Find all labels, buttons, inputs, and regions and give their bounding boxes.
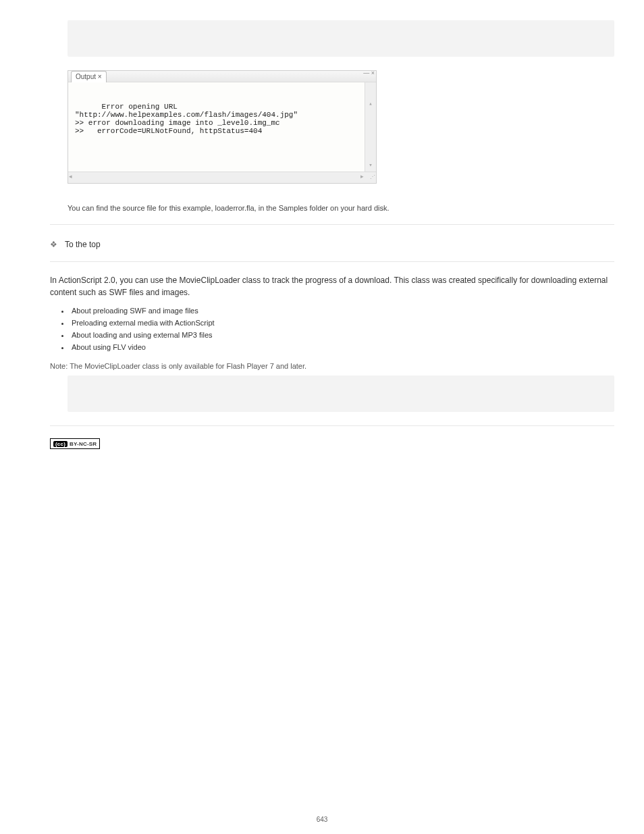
license-row: (cc) BY-NC-SR	[50, 438, 614, 449]
topic-row: ❖ To the top	[50, 240, 614, 249]
cc-badge: (cc) BY-NC-SR	[50, 438, 100, 449]
related-list: About preloading SWF and image files Pre…	[70, 307, 614, 351]
topic-icon: ❖	[50, 240, 59, 249]
cc-badge-text: BY-NC-SR	[70, 441, 97, 447]
output-panel: Output × — × ▴ ▾ Error opening URL "http…	[68, 70, 377, 184]
body-paragraph: In ActionScript 2.0, you can use the Mov…	[50, 274, 614, 298]
scrollbar-vertical[interactable]: ▴ ▾	[365, 82, 376, 172]
scroll-up-icon[interactable]: ▴	[366, 99, 375, 109]
scroll-right-icon[interactable]: ▸	[360, 173, 364, 180]
note-text: Note: The MovieClipLoader class is only …	[50, 362, 614, 370]
resize-grip-icon[interactable]: ⋰	[370, 174, 375, 180]
scrollbar-horizontal[interactable]: ◂ ▸ ⋰	[68, 172, 376, 183]
topic-link[interactable]: To the top	[65, 240, 101, 249]
output-text: Error opening URL "http://www.helpexampl…	[75, 103, 298, 135]
code-block-top	[68, 20, 614, 57]
window-controls[interactable]: — ×	[363, 70, 375, 76]
output-titlebar: Output × — ×	[68, 71, 376, 82]
figure-caption: You can find the source file for this ex…	[68, 204, 614, 212]
output-tab[interactable]: Output ×	[71, 71, 107, 82]
code-block-bottom	[68, 375, 614, 412]
scroll-down-icon[interactable]: ▾	[366, 161, 375, 170]
list-item: About preloading SWF and image files	[70, 307, 614, 315]
list-item: Preloading external media with ActionScr…	[70, 319, 614, 327]
divider	[50, 224, 614, 225]
divider	[50, 261, 614, 262]
list-item: About using FLV video	[70, 343, 614, 351]
list-item: About loading and using external MP3 fil…	[70, 331, 614, 339]
divider	[50, 425, 614, 426]
page-number: 643	[0, 816, 644, 823]
output-body: ▴ ▾ Error opening URL "http://www.helpex…	[68, 82, 376, 172]
cc-symbol: (cc)	[53, 441, 68, 447]
scroll-left-icon[interactable]: ◂	[69, 173, 72, 180]
